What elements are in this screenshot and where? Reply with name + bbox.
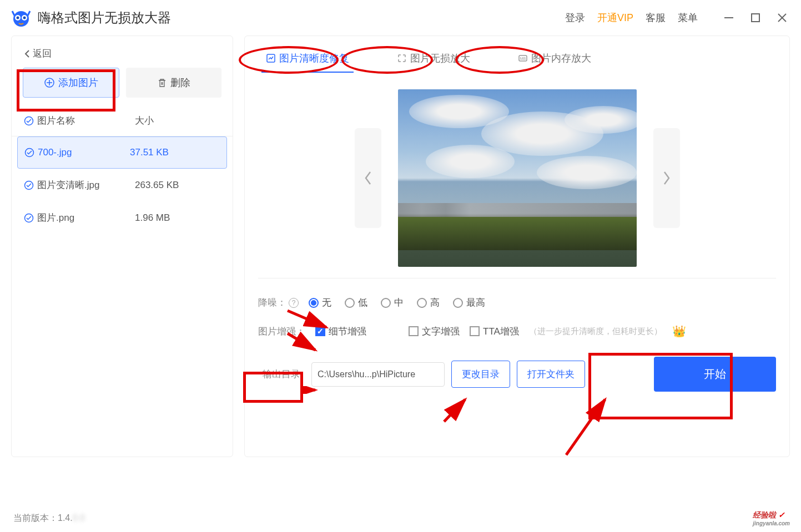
radio-icon bbox=[309, 298, 319, 308]
next-image-button[interactable] bbox=[653, 128, 680, 228]
tab-label: 图片内存放大 bbox=[531, 52, 591, 65]
add-image-button[interactable]: 添加图片 bbox=[23, 68, 119, 98]
output-label: 输出目录 bbox=[258, 361, 305, 387]
menu-link[interactable]: 菜单 bbox=[678, 11, 698, 24]
radio-icon bbox=[453, 298, 463, 308]
check-circle-icon bbox=[24, 213, 34, 223]
file-name: 图片.png bbox=[37, 211, 74, 224]
noise-option-低[interactable]: 低 bbox=[345, 296, 367, 309]
tab-icon bbox=[397, 53, 407, 63]
file-name: 图片变清晰.jpg bbox=[37, 179, 99, 191]
tab-label: 图片无损放大 bbox=[410, 52, 470, 65]
file-name: 700-.jpg bbox=[38, 147, 72, 158]
check-circle-icon bbox=[24, 148, 34, 158]
change-directory-button[interactable]: 更改目录 bbox=[451, 361, 510, 388]
login-link[interactable]: 登录 bbox=[565, 11, 585, 24]
enhance-options-row: 图片增强： 细节增强 文字增强 TTA增强 （进一步提升清晰度，但耗时更长） 👑 bbox=[258, 317, 776, 346]
noise-option-最高[interactable]: 最高 bbox=[453, 296, 485, 309]
enhance-hint: （进一步提升清晰度，但耗时更长） bbox=[529, 326, 662, 337]
radio-icon bbox=[381, 298, 391, 308]
file-size: 1.96 MB bbox=[135, 212, 170, 224]
radio-icon bbox=[345, 298, 355, 308]
noise-option-中[interactable]: 中 bbox=[381, 296, 404, 309]
minimize-button[interactable] bbox=[721, 10, 737, 26]
crown-icon: 👑 bbox=[672, 325, 686, 338]
chevron-right-icon bbox=[661, 170, 672, 186]
chevron-left-icon bbox=[362, 170, 374, 186]
tab-upscale[interactable]: 图片无损放大 bbox=[392, 49, 475, 67]
chevron-left-icon bbox=[24, 49, 31, 58]
file-row[interactable]: 图片.png1.96 MB bbox=[12, 201, 233, 234]
content-panel: 图片清晰度修复图片无损放大MB图片内存放大 降噪： bbox=[244, 36, 790, 457]
delete-button[interactable]: 删除 bbox=[126, 68, 221, 98]
plus-circle-icon bbox=[44, 77, 55, 88]
checkbox-icon bbox=[409, 326, 419, 336]
app-title: 嗨格式图片无损放大器 bbox=[38, 9, 171, 27]
svg-rect-6 bbox=[752, 14, 759, 22]
version-footer: 当前版本：1.4.0.0 bbox=[13, 513, 85, 524]
checkbox-icon bbox=[315, 326, 325, 336]
tab-icon bbox=[266, 53, 276, 63]
header-size-label: 大小 bbox=[135, 114, 154, 127]
back-label: 返回 bbox=[33, 47, 52, 60]
tab-icon: MB bbox=[518, 53, 528, 63]
check-circle-icon bbox=[24, 116, 34, 126]
checkbox-icon bbox=[470, 326, 480, 336]
noise-option-无[interactable]: 无 bbox=[309, 296, 331, 309]
watermark: 经验啦 ✓ jingyanla.com bbox=[753, 510, 790, 526]
start-button[interactable]: 开始 bbox=[654, 357, 776, 392]
tta-enhance-checkbox[interactable]: TTA增强 bbox=[470, 325, 519, 338]
back-button[interactable]: 返回 bbox=[12, 43, 233, 68]
output-path-field[interactable]: C:\Users\hu...p\HiPicture bbox=[311, 362, 445, 387]
file-size: 37.51 KB bbox=[130, 147, 169, 158]
delete-label: 删除 bbox=[170, 76, 190, 89]
file-size: 263.65 KB bbox=[135, 180, 179, 191]
check-circle-icon bbox=[24, 180, 34, 190]
close-button[interactable] bbox=[774, 10, 790, 26]
vip-link[interactable]: 开通VIP bbox=[597, 11, 633, 24]
enhance-label: 图片增强： bbox=[258, 325, 305, 338]
help-icon[interactable]: ? bbox=[289, 298, 299, 308]
svg-point-4 bbox=[23, 17, 26, 19]
header-name-label: 图片名称 bbox=[37, 114, 75, 127]
noise-label: 降噪： ? bbox=[258, 296, 299, 309]
open-folder-button[interactable]: 打开文件夹 bbox=[517, 361, 585, 388]
detail-enhance-checkbox[interactable]: 细节增强 bbox=[315, 325, 366, 338]
image-preview bbox=[398, 89, 637, 267]
file-list-header: 图片名称 大小 bbox=[12, 105, 233, 136]
radio-icon bbox=[417, 298, 427, 308]
file-row[interactable]: 图片变清晰.jpg263.65 KB bbox=[12, 169, 233, 201]
svg-point-3 bbox=[17, 17, 19, 19]
app-logo-icon bbox=[11, 8, 31, 28]
support-link[interactable]: 客服 bbox=[646, 11, 666, 24]
noise-options-row: 降噪： ? 无低中高最高 bbox=[258, 288, 776, 317]
tab-clarity[interactable]: 图片清晰度修复 bbox=[261, 49, 354, 67]
sidebar: 返回 添加图片 删除 图片名称 大小 700-.jpg37.51 KB图片变清晰… bbox=[11, 36, 233, 457]
noise-option-高[interactable]: 高 bbox=[417, 296, 440, 309]
add-image-label: 添加图片 bbox=[58, 76, 98, 89]
prev-image-button[interactable] bbox=[355, 128, 381, 228]
text-enhance-checkbox[interactable]: 文字增强 bbox=[409, 325, 460, 338]
file-row[interactable]: 700-.jpg37.51 KB bbox=[17, 136, 227, 169]
svg-text:MB: MB bbox=[520, 57, 526, 60]
tab-label: 图片清晰度修复 bbox=[279, 52, 349, 65]
maximize-button[interactable] bbox=[748, 10, 763, 26]
tab-memory[interactable]: MB图片内存放大 bbox=[513, 49, 596, 67]
trash-icon bbox=[157, 78, 167, 88]
